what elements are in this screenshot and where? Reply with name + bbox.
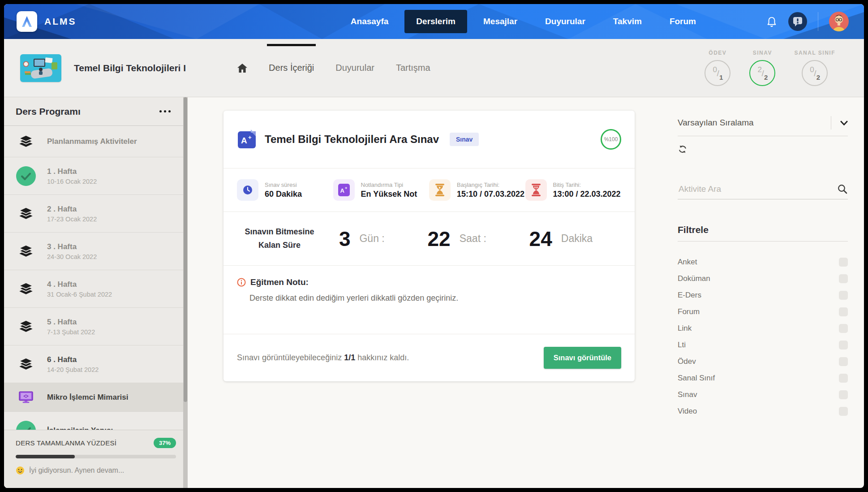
filter-checkbox-video[interactable] (839, 407, 848, 416)
activity-search (678, 184, 848, 199)
filter-row-sinav: Sınav (678, 387, 848, 403)
main-navigation: Anasayfa Derslerim Mesajlar Duyurular Ta… (339, 10, 708, 33)
motivation-message: İyi gidiyorsun. Aynen devam... (16, 466, 176, 475)
top-navbar: ALMS Anasayfa Derslerim Mesajlar Duyurul… (4, 4, 864, 39)
filter-row-link: Link (678, 320, 848, 337)
nav-item-derslerim[interactable]: Derslerim (404, 10, 467, 33)
filter-checkbox-link[interactable] (839, 324, 848, 333)
list-item-week-2[interactable]: 2 . Hafta 17-23 Ocak 2022 (4, 195, 188, 233)
sort-selected-value: Varsayılan Sıralama (678, 118, 754, 128)
alms-logo-icon (17, 11, 37, 32)
filter-checkbox-lti[interactable] (839, 341, 848, 350)
filter-row-sanal-sinif: Sanal Sınıf (678, 370, 848, 387)
smiley-icon (16, 466, 25, 475)
filter-checkbox-sanal-sinif[interactable] (839, 374, 848, 383)
nav-item-forum[interactable]: Forum (658, 10, 708, 33)
completion-progress-track (16, 455, 176, 458)
list-item-islemcilerin-yapisi[interactable]: İşlemcilerin Yapısı (4, 412, 188, 430)
completed-check-icon (16, 166, 36, 186)
more-options-icon[interactable] (157, 108, 176, 115)
nav-item-takvim[interactable]: Takvim (602, 10, 653, 33)
svg-text:A: A (241, 136, 247, 145)
nav-item-duyurular[interactable]: Duyurular (533, 10, 597, 33)
course-tabs: Ders İçeriği Duyurular Tartışma (237, 39, 430, 97)
list-item-mikro-islemci[interactable]: Mikro İşlemci Mimarisi (4, 383, 188, 412)
exam-card-header: A + Temel Bilgi Teknolojileri Ara Sınav … (223, 111, 635, 168)
countdown-hours: 22 Saat : (428, 227, 486, 251)
list-item-week-6[interactable]: 6 . Hafta 14-20 Şubat 2022 (4, 345, 188, 383)
layers-icon (16, 283, 36, 295)
course-completion-panel: DERS TAMAMLANMA YÜZDESİ 37% İyi gidiyors… (4, 430, 188, 488)
counter-sinav: SINAV 2 / 2 (749, 50, 775, 86)
alms-app: ALMS Anasayfa Derslerim Mesajlar Duyurul… (4, 4, 864, 488)
list-item-week-4[interactable]: 4 . Hafta 31 Ocak-6 Şubat 2022 (4, 270, 188, 308)
countdown-days: 3 Gün : (339, 227, 385, 251)
note-text: Derste dikkat edin dediğim yerleri dikka… (249, 293, 621, 303)
completion-progress-fill (16, 455, 75, 458)
nav-item-anasayfa[interactable]: Anasayfa (339, 10, 400, 33)
search-icon[interactable] (837, 184, 848, 194)
week-list: Planlanmamış Aktiviteler 1 . Hafta 10-16… (4, 126, 188, 430)
e-course-monitor-icon (16, 391, 36, 404)
tab-home[interactable] (237, 39, 247, 97)
home-icon (237, 64, 247, 73)
brand-name: ALMS (44, 16, 77, 27)
fraction-slash: / (717, 69, 719, 78)
dropdown-divider (831, 116, 831, 129)
user-avatar[interactable] (829, 12, 849, 31)
notifications-bell-icon[interactable] (766, 15, 778, 28)
view-exam-button[interactable]: Sınavı görüntüle (544, 347, 621, 369)
filter-section-title: Filtrele (678, 224, 848, 242)
grade-document-icon: A + (333, 179, 355, 201)
exam-card: A + Temel Bilgi Teknolojileri Ara Sınav … (223, 111, 635, 381)
counter-circle-sinav: 2 / 2 (749, 60, 775, 86)
filter-checkbox-e-ders[interactable] (839, 291, 848, 300)
attempts-remaining-text: Sınavı görüntüleyebileceğiniz1/1hakkınız… (237, 353, 411, 363)
counter-circle-odev: 0 / 1 (705, 60, 730, 86)
brand[interactable]: ALMS (17, 11, 77, 32)
layers-icon (16, 135, 36, 147)
exam-title: Temel Bilgi Teknolojileri Ara Sınav (265, 133, 439, 146)
tab-tartisma[interactable]: Tartışma (396, 39, 430, 97)
filter-checkbox-forum[interactable] (839, 307, 848, 316)
refresh-button[interactable] (678, 144, 848, 156)
svg-text:A: A (340, 187, 344, 194)
sidebar-scrollbar[interactable] (183, 97, 188, 488)
hourglass-end-icon (525, 179, 547, 201)
list-item-week-1[interactable]: 1 . Hafta 10-16 Ocak 2022 (4, 157, 188, 195)
chevron-down-icon (840, 121, 848, 125)
filter-checkbox-anket[interactable] (839, 258, 848, 267)
alert-bubble-icon[interactable] (788, 12, 807, 31)
list-item-week-3[interactable]: 3 . Hafta 24-30 Ocak 2022 (4, 233, 188, 270)
completion-percent-badge: 37% (154, 438, 176, 448)
completion-label: DERS TAMAMLANMA YÜZDESİ (16, 439, 116, 447)
clock-icon (237, 179, 258, 201)
filter-checkbox-odev[interactable] (839, 357, 848, 366)
counter-sanal-sinif: SANAL SINIF 0 / 2 (794, 50, 835, 86)
activity-search-input[interactable] (678, 184, 837, 194)
course-header: Temel Bilgi Teknolojileri I Ders İçeriği… (4, 39, 864, 97)
detail-end-date: Bitiş Tarihi: 13:00 / 22.03.2022 (525, 179, 622, 201)
tab-ders-icerigi[interactable]: Ders İçeriği (269, 39, 314, 97)
filter-checkbox-sinav[interactable] (839, 390, 848, 399)
course-thumbnail[interactable] (20, 54, 61, 82)
filter-list: Anket Doküman E-Ders Forum Link (678, 254, 848, 420)
main-content: A + Temel Bilgi Teknolojileri Ara Sınav … (188, 97, 666, 488)
filter-checkbox-dokuman[interactable] (839, 274, 848, 283)
nav-item-mesajlar[interactable]: Mesajlar (472, 10, 529, 33)
detail-start-date: Başlangıç Tarihi: 15:10 / 07.03.2022 (429, 179, 525, 201)
sort-dropdown[interactable]: Varsayılan Sıralama (678, 116, 848, 136)
fraction-slash: / (761, 69, 764, 78)
layers-icon (16, 320, 36, 332)
navbar-right-controls (766, 12, 849, 31)
activity-counters: ÖDEV 0 / 1 SINAV 2 / 2 SANAL SINIF 0 (705, 50, 835, 86)
filter-row-dokuman: Doküman (678, 271, 848, 287)
note-title: Eğitmen Notu: (250, 277, 309, 287)
refresh-icon (678, 144, 688, 154)
list-item-unplanned[interactable]: Planlanmamış Aktiviteler (4, 126, 188, 157)
course-title: Temel Bilgi Teknolojileri I (74, 63, 186, 73)
info-icon (237, 278, 246, 287)
tab-duyurular[interactable]: Duyurular (335, 39, 374, 97)
svg-text:+: + (248, 134, 252, 141)
list-item-week-5[interactable]: 5 . Hafta 7-13 Şubat 2022 (4, 308, 188, 345)
